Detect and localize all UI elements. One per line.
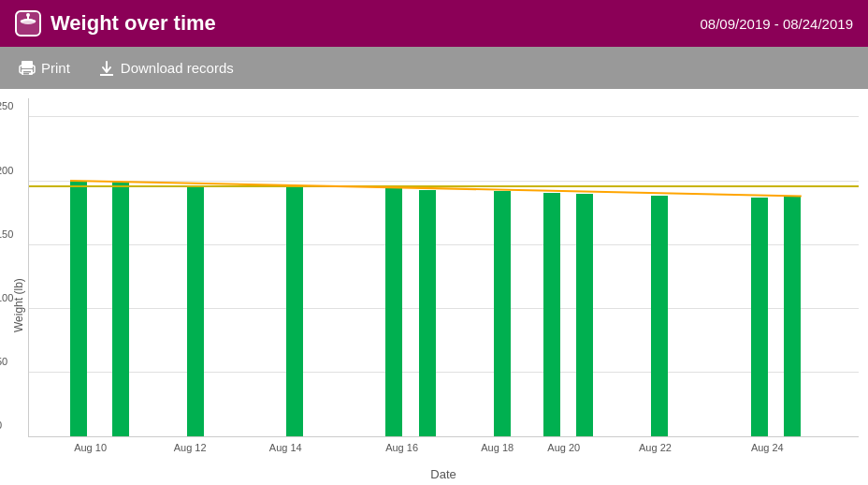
chart-area: Weight (lb) 050100150200250 Aug 10Aug 12… — [0, 89, 868, 485]
bar — [651, 196, 668, 436]
download-label: Download records — [121, 60, 234, 76]
page-title: Weight over time — [51, 11, 216, 36]
x-tick-label: Aug 12 — [174, 442, 207, 453]
x-tick-label: Aug 14 — [269, 442, 302, 453]
x-tick-label: Aug 22 — [639, 442, 672, 453]
svg-rect-9 — [23, 73, 29, 75]
date-range: 08/09/2019 - 08/24/2019 — [701, 16, 853, 32]
toolbar: Print Download records — [0, 47, 868, 89]
x-tick-label: Aug 16 — [385, 442, 418, 453]
x-tick-label: Aug 10 — [74, 442, 107, 453]
bar — [576, 194, 593, 436]
gridline — [29, 244, 859, 245]
bar — [187, 185, 204, 436]
trend-line — [70, 180, 801, 197]
y-tick-label: 100 — [0, 292, 13, 303]
svg-rect-8 — [23, 71, 31, 73]
bar — [112, 183, 129, 436]
page-header: Weight over time 08/09/2019 - 08/24/2019 — [0, 0, 868, 47]
gridline — [29, 372, 859, 373]
print-icon — [19, 60, 36, 77]
x-axis-label: Date — [28, 465, 859, 485]
y-tick-label: 0 — [0, 419, 2, 431]
y-tick-label: 200 — [0, 165, 13, 176]
chart-container: Weight (lb) 050100150200250 Aug 10Aug 12… — [9, 98, 859, 485]
bar — [751, 198, 768, 436]
bar — [543, 193, 560, 436]
bar — [419, 190, 436, 436]
svg-rect-5 — [22, 61, 33, 68]
x-tick-label: Aug 18 — [481, 442, 514, 453]
print-button[interactable]: Print — [19, 60, 70, 77]
x-axis: Aug 10Aug 12Aug 14Aug 16Aug 18Aug 20Aug … — [28, 437, 859, 465]
print-label: Print — [41, 60, 70, 76]
bar — [286, 186, 303, 436]
scale-icon — [15, 10, 41, 37]
y-tick-label: 150 — [0, 228, 13, 240]
gridline — [29, 116, 859, 117]
y-tick-label: 250 — [0, 100, 13, 111]
gridline — [29, 308, 859, 309]
x-tick-label: Aug 20 — [547, 442, 580, 453]
chart-inner: 050100150200250 Aug 10Aug 12Aug 14Aug 16… — [28, 98, 859, 485]
x-tick-label: Aug 24 — [751, 442, 784, 453]
download-icon — [98, 60, 115, 77]
bar — [70, 182, 87, 436]
svg-point-4 — [26, 13, 30, 17]
bar — [494, 191, 511, 436]
bar — [784, 197, 801, 436]
bar — [385, 187, 402, 436]
y-tick-label: 50 — [0, 356, 7, 367]
chart-plot: 050100150200250 — [28, 98, 859, 437]
download-button[interactable]: Download records — [98, 60, 234, 77]
header-left: Weight over time — [15, 10, 216, 37]
